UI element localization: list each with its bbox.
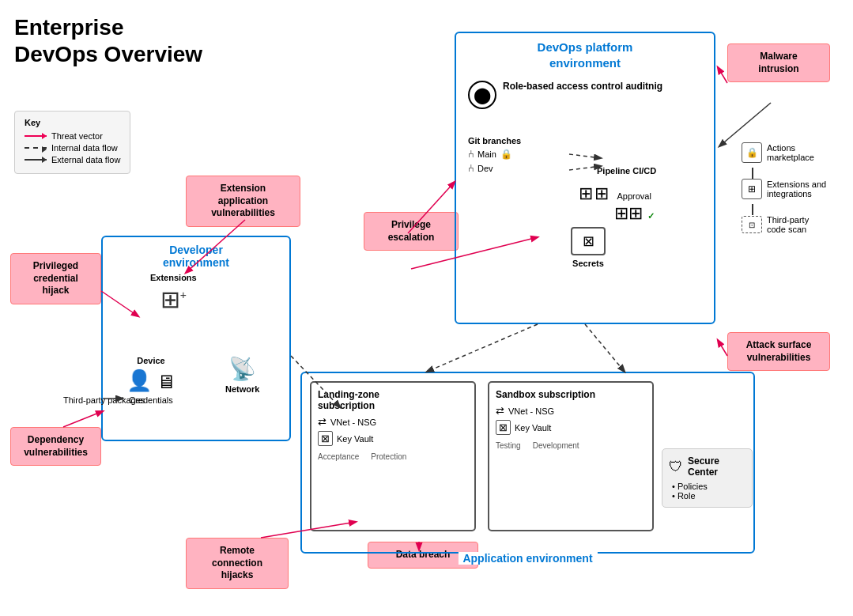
devops-title: DevOps platform environment <box>456 33 714 70</box>
legend-threat-vector: Threat vector <box>25 131 120 141</box>
network-section: 📡 Network <box>225 356 259 394</box>
svg-line-9 <box>585 324 625 372</box>
arrow-down-1 <box>752 168 826 179</box>
secure-role: • Role <box>672 491 745 501</box>
developer-env-title: Developer environment <box>103 237 289 269</box>
approval-label: Approval <box>617 191 651 201</box>
svg-line-4 <box>63 411 103 427</box>
application-env-box: Application environment Landing-zone sub… <box>300 372 755 554</box>
pipeline-icons: ⊞⊞ Approval <box>579 183 651 204</box>
svg-line-7 <box>718 340 727 356</box>
lz-envs: Acceptance Protection <box>318 452 468 461</box>
secure-center-box: 🛡 Secure Center • Policies • Role <box>662 448 753 508</box>
sb-keyvault: ⊠ Key Vault <box>496 420 646 435</box>
legend-box: Key Threat vector Internal data flow Ext… <box>14 111 130 174</box>
person-icon: 👤 <box>126 368 152 393</box>
threat-attack-surface: Attack surface vulnerabilities <box>727 332 830 371</box>
page-title: Enterprise DevOps Overview <box>14 14 202 67</box>
sb-vnet: ⇄ VNet - NSG <box>496 405 646 417</box>
landing-zone-box: Landing-zone subscription ⇄ VNet - NSG ⊠… <box>310 381 476 531</box>
third-party-label: Third-party packages <box>63 395 145 405</box>
third-party-scan-icon: ⊡ <box>742 216 762 233</box>
threat-malware: Malware intrusion <box>727 43 830 82</box>
internal-flow-icon <box>25 147 47 149</box>
sb-vnet-icon: ⇄ <box>496 405 504 417</box>
app-env-label: Application environment <box>458 552 597 565</box>
sandbox-box: Sandbox subscription ⇄ VNet - NSG ⊠ Key … <box>488 381 654 531</box>
pipeline-label: Pipeline CI/CD <box>597 166 656 176</box>
legend-title: Key <box>25 118 120 127</box>
sb-keyvault-icon: ⊠ <box>496 420 511 435</box>
lz-vnet: ⇄ VNet - NSG <box>318 416 468 428</box>
svg-line-3 <box>718 67 727 83</box>
svg-line-8 <box>427 324 538 372</box>
secrets-icon: ⊠ <box>571 227 606 255</box>
branch-dev: ⑃ Dev <box>468 162 521 174</box>
threat-extension-app: Extension application vulnerabilities <box>186 176 300 227</box>
external-flow-icon <box>25 159 47 161</box>
branch-icon: ⑃ <box>468 148 474 160</box>
secure-policies: • Policies <box>672 482 745 491</box>
extensions-integrations-icon: ⊞ <box>742 179 762 199</box>
shield-icon: 🛡 <box>669 459 683 475</box>
threat-dependency: Dependency vulnerabilities <box>10 427 101 466</box>
rbac-section: ⬤ Role-based access control auditnig <box>468 81 662 109</box>
threat-privileged-credential: Privileged credential hijack <box>10 253 101 304</box>
github-icon: ⬤ <box>468 81 496 109</box>
lz-keyvault: ⊠ Key Vault <box>318 431 468 446</box>
arrow-down-2 <box>752 204 826 215</box>
legend-internal-flow: Internal data flow <box>25 143 120 153</box>
extensions-icon: ⊞+ <box>150 285 197 313</box>
branch-dev-icon: ⑃ <box>468 162 474 174</box>
secrets-section: ⊠ Secrets <box>571 227 606 268</box>
computer-icon: 🖥 <box>157 371 176 393</box>
git-branches: Git branches ⑃ Main 🔒 ⑃ Dev <box>468 136 521 174</box>
branch-main: ⑃ Main 🔒 <box>468 148 521 160</box>
router-icon: 📡 <box>225 356 259 382</box>
svg-line-10 <box>719 103 771 146</box>
developer-env-box: Developer environment Extensions ⊞+ Devi… <box>101 236 291 441</box>
rbac-label: Role-based access control auditnig <box>503 81 662 93</box>
lock-icon: 🔒 <box>500 149 512 160</box>
devops-platform-box: DevOps platform environment ⬤ Role-based… <box>455 32 715 324</box>
actions-marketplace-section: 🔒 Actions marketplace ⊞ Extensions and i… <box>742 142 826 239</box>
threat-privilege-escalation: Privilege escalation <box>364 212 459 251</box>
threat-remote-connection: Remote connection hijacks <box>186 538 289 589</box>
sb-envs: Testing Development <box>496 441 646 450</box>
vnet-icon: ⇄ <box>318 416 326 428</box>
legend-external-flow: External data flow <box>25 155 120 164</box>
extensions-section: Extensions ⊞+ <box>150 273 197 313</box>
threat-vector-icon <box>25 135 47 137</box>
pipeline-icons-2: ⊞⊞ ✓ <box>614 203 655 224</box>
marketplace-icon: 🔒 <box>742 142 762 163</box>
keyvault-icon: ⊠ <box>318 431 333 446</box>
